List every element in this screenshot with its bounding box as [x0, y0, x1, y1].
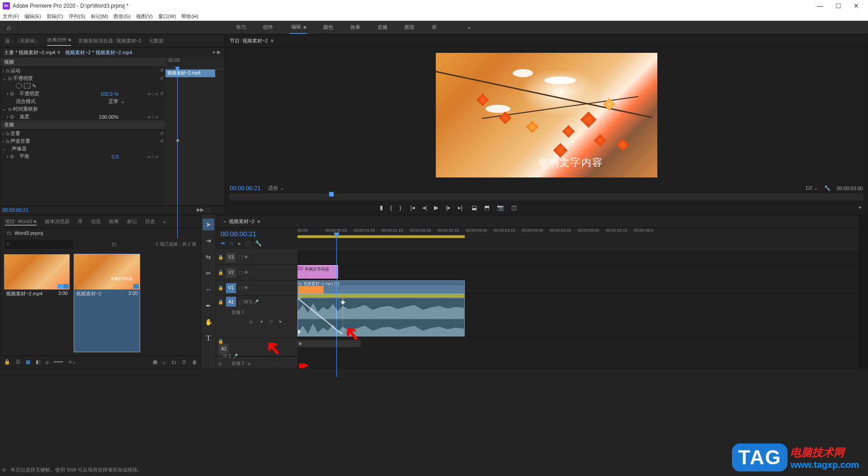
play-button[interactable]: ▶ — [434, 204, 439, 211]
wrench-timeline-icon[interactable]: 🔧 — [255, 240, 262, 247]
ws-color[interactable]: 颜色 — [322, 21, 334, 34]
graphics-clip[interactable]: fx 举例文字内容 — [297, 265, 338, 279]
project-search-input[interactable] — [5, 240, 73, 249]
tab-history[interactable]: 历史 — [145, 218, 155, 225]
track-header-v1[interactable]: 🔒V1⬚ 👁 — [216, 280, 297, 296]
pen-tool[interactable]: ✒ — [203, 300, 214, 312]
ripple-edit-tool[interactable]: ⇆ — [203, 251, 214, 263]
go-to-in-button[interactable]: |◂ — [410, 204, 415, 211]
home-button[interactable]: ⌂ — [0, 21, 18, 34]
ws-graphics[interactable]: 图形 — [404, 21, 415, 34]
efc-panner[interactable]: ⌄声像器 — [0, 145, 165, 153]
program-monitor[interactable]: 举例文字内容 — [225, 47, 868, 183]
pen-mask-icon[interactable]: ✎ — [32, 83, 36, 89]
bin-item-clip[interactable]: 视频素材~2.mp43:00 — [4, 254, 70, 352]
trash-button[interactable]: 🗑 — [192, 359, 197, 365]
rect-mask-icon[interactable] — [24, 83, 30, 89]
efc-blend-mode[interactable]: 混合模式正常⌄ — [0, 98, 165, 105]
new-bin-button[interactable]: 🗀 — [171, 359, 176, 365]
icon-view-button[interactable]: ▦ — [26, 359, 30, 365]
ws-library[interactable]: 库 — [431, 21, 438, 34]
lift-button[interactable]: ⬓ — [472, 204, 477, 211]
efc-opacity-shapes[interactable]: ✎ — [0, 82, 165, 90]
razor-tool[interactable]: ✂ — [203, 267, 214, 279]
minimize-button[interactable]: — — [811, 2, 829, 9]
track-header-a2[interactable]: 🔒A2⬚ M S 🎤 音频 2 — [216, 338, 297, 356]
efc-channel-volume[interactable]: ›fx声道音量↺ — [0, 137, 165, 145]
efc-motion[interactable]: ›fx运动↺ — [0, 67, 165, 75]
audio-clip[interactable]: fx — [297, 294, 465, 336]
efc-mini-timeline[interactable]: :00:00 视频素材~2.mp4 — [165, 58, 224, 205]
linked-selection-toggle[interactable]: ∩ — [230, 240, 234, 247]
tab-libraries[interactable]: 库 — [78, 218, 83, 225]
mark-out-button[interactable]: { — [390, 204, 392, 211]
efc-opacity[interactable]: ⌄fx不透明度↺ — [0, 75, 165, 82]
program-scrubber[interactable] — [230, 193, 863, 201]
track-select-tool[interactable]: ⇥ — [203, 235, 214, 247]
bin-icon[interactable]: 🗀 — [112, 242, 117, 247]
timeline-tab[interactable]: 视频素材~2 ≡ — [229, 218, 260, 225]
menu-file[interactable]: 文件(F) — [3, 13, 19, 20]
add-kf-icon[interactable]: ◇ — [269, 318, 273, 324]
prev-kf-icon[interactable]: ◂ — [260, 318, 263, 324]
program-tab[interactable]: 节目: 视频素材~2 ≡ — [230, 37, 274, 44]
efc-balance[interactable]: › ⊙平衡0.0◂ ◇ ▸ — [0, 153, 165, 160]
program-zoom-select[interactable]: 适合 ⌄ — [268, 185, 284, 191]
freeform-view-button[interactable]: ◧ — [36, 359, 40, 365]
efc-volume[interactable]: ›fx音量↺ — [0, 130, 165, 137]
ellipse-mask-icon[interactable] — [16, 83, 22, 89]
tab-effect-controls[interactable]: 效果控件 ≡ — [47, 37, 71, 46]
program-res-select[interactable]: 1/2 ⌄ — [806, 185, 818, 191]
ws-edit[interactable]: 编辑 ≡ — [289, 21, 307, 34]
menu-marker[interactable]: 标记(M) — [91, 13, 108, 20]
timeline-playhead[interactable] — [336, 233, 337, 377]
menu-view[interactable]: 视图(V) — [136, 13, 153, 20]
close-button[interactable]: ✕ — [847, 2, 865, 9]
efc-timecode[interactable]: 00:00:00:21 — [2, 207, 28, 213]
selection-tool[interactable]: ➤ — [203, 219, 214, 230]
menu-help[interactable]: 帮助(H) — [181, 13, 198, 20]
project-bins[interactable]: 视频素材~2.mp43:00 举例文字内容 视频素材~23:00 — [0, 251, 201, 355]
program-timecode[interactable]: 00:00:00:21 — [230, 185, 261, 191]
snap-toggle[interactable]: ⚮ — [221, 240, 225, 247]
tab-audio-clip-mixer[interactable]: 音频剪辑混合器: 视频素材~2 — [78, 37, 142, 44]
tabs-more[interactable]: » — [163, 219, 166, 224]
ws-effects[interactable]: 效果 — [349, 21, 361, 34]
new-item-button[interactable]: 🗋 — [182, 359, 187, 365]
auto-sequence-button[interactable]: ▦ — [153, 359, 157, 365]
menu-clip[interactable]: 剪辑(C) — [47, 13, 63, 20]
menu-graphics[interactable]: 图形(G) — [113, 13, 131, 20]
go-to-out-button[interactable]: ▸| — [458, 204, 462, 211]
timeline-timecode[interactable]: 00:00:00:21 — [221, 230, 256, 238]
ws-assembly[interactable]: 组件 — [262, 21, 274, 34]
ws-more[interactable]: » — [467, 21, 471, 34]
export-frame-button[interactable]: 📷 — [497, 204, 504, 211]
slip-tool[interactable]: ↔ — [203, 284, 214, 295]
tab-effects-panel[interactable]: 效果 — [109, 218, 119, 225]
type-tool[interactable]: T — [203, 332, 214, 344]
button-editor[interactable]: ＋ — [857, 203, 863, 211]
efc-timeremap[interactable]: ⌄fx时间重映射 — [0, 105, 165, 113]
sort-button[interactable]: ≡⌄ — [69, 359, 75, 365]
find-button[interactable]: ⌕ — [163, 359, 166, 365]
menu-window[interactable]: 窗口(W) — [158, 13, 176, 20]
bin-item-sequence[interactable]: 举例文字内容 视频素材~23:00 — [74, 254, 140, 352]
tab-media-browser[interactable]: 媒体浏览器 — [45, 218, 70, 225]
step-fwd-button[interactable]: |▸ — [446, 204, 450, 211]
tab-source[interactable]: 源：（无剪辑） — [5, 37, 40, 44]
menu-sequence[interactable]: 序列(S) — [69, 13, 85, 20]
maximize-button[interactable]: ☐ — [829, 2, 847, 9]
menu-edit[interactable]: 编辑(E) — [24, 13, 41, 20]
marker-toggle[interactable]: ▸ — [238, 240, 241, 247]
video-clip[interactable]: fx 视频素材~2.mp4 [V] — [297, 280, 465, 294]
step-back-button[interactable]: ◂| — [422, 204, 427, 211]
efc-speed[interactable]: › ⊙速度100.00%◂ ◇ ▸ — [0, 113, 165, 121]
lock-icon[interactable]: 🔒 — [4, 359, 10, 365]
efc-opacity-value[interactable]: › ⊙不透明度100.0 %◂ ◇ ▸↺ — [0, 90, 165, 98]
ws-audio[interactable]: 音频 — [377, 21, 388, 34]
marker-button[interactable]: } — [399, 204, 401, 211]
next-kf-icon[interactable]: ▸ — [279, 318, 282, 324]
tab-info[interactable]: 信息 — [91, 218, 101, 225]
track-header-a1[interactable]: 🔒A1⬚ M S 🎤 音频 1 o. ◂ ◇ ▸ — [216, 296, 297, 338]
track-content[interactable]: fx 举例文字内容 fx 视频素材~2.mp4 [V] fx 00:00:00:… — [297, 250, 859, 368]
